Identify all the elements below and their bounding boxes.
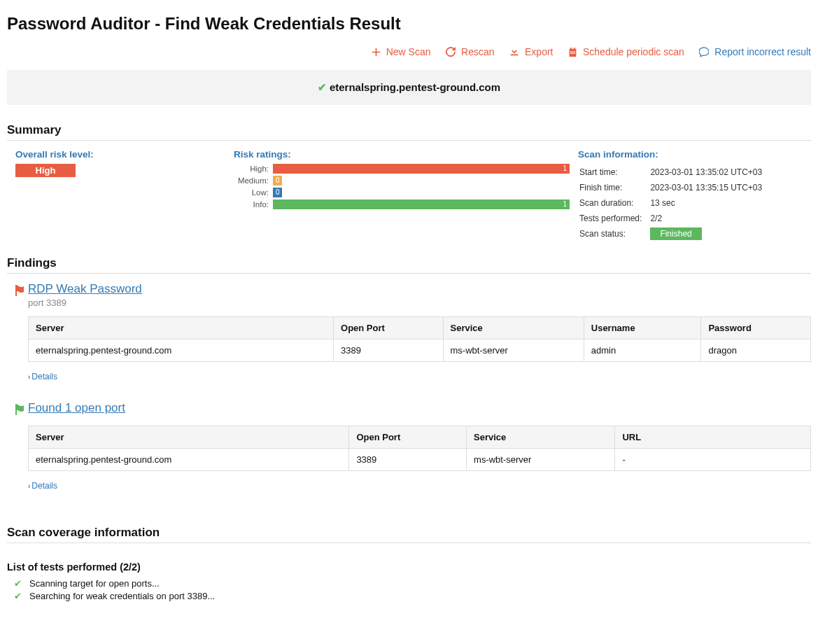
rescan-button[interactable]: Rescan [446, 46, 494, 57]
col-server: Server [29, 426, 349, 449]
rating-info-label: Info: [234, 200, 273, 209]
flag-icon [14, 285, 28, 298]
rating-low-bar: 0 [273, 188, 282, 197]
scan-duration-label: Scan duration: [579, 196, 649, 210]
finding-title[interactable]: Found 1 open port [28, 401, 125, 414]
finding-table: Server Open Port Service Username Passwo… [28, 316, 811, 362]
col-port: Open Port [334, 317, 444, 340]
summary-grid: Overall risk level: High Risk ratings: H… [7, 149, 811, 242]
new-scan-button[interactable]: New Scan [372, 46, 431, 57]
cell-url: - [615, 449, 811, 471]
comment-icon [699, 47, 709, 57]
finding-subtitle: port 3389 [28, 298, 142, 308]
table-row: eternalspring.pentest-ground.com 3389 ms… [29, 449, 811, 471]
details-label: Details [31, 372, 57, 382]
rating-medium: Medium: 0 [234, 176, 570, 186]
export-label: Export [525, 46, 553, 57]
refresh-icon [446, 47, 456, 57]
col-username: Username [584, 317, 701, 340]
scan-info-label: Scan information: [578, 149, 811, 160]
col-service: Service [443, 317, 584, 340]
rating-high-bar: 1 [273, 164, 570, 174]
tests-heading: List of tests performed (2/2) [7, 561, 811, 573]
risk-ratings-block: Risk ratings: High: 1 Medium: 0 Low: 0 I… [225, 149, 570, 211]
summary-heading: Summary [7, 123, 811, 137]
scan-start-value: 2023-03-01 13:35:02 UTC+03 [650, 165, 769, 179]
scan-tests-label: Tests performed: [579, 211, 649, 225]
scan-tests-value: 2/2 [650, 211, 769, 225]
download-icon [509, 47, 519, 57]
rescan-label: Rescan [461, 46, 494, 57]
cell-server: eternalspring.pentest-ground.com [29, 340, 334, 362]
chevron-right-icon: › [28, 482, 30, 490]
plus-icon [372, 48, 381, 57]
table-row: eternalspring.pentest-ground.com 3389 ms… [29, 340, 811, 362]
check-icon: ✔ [318, 81, 327, 93]
overall-risk-label: Overall risk level: [15, 149, 225, 160]
divider [7, 542, 811, 543]
check-icon: ✔ [14, 578, 24, 589]
col-port: Open Port [349, 426, 467, 449]
test-label: Scanning target for open ports... [29, 578, 160, 589]
page-title: Password Auditor - Find Weak Credentials… [7, 14, 811, 34]
scan-start-label: Start time: [579, 165, 649, 179]
test-label: Searching for weak credentials on port 3… [29, 591, 215, 601]
scan-finish-label: Finish time: [579, 181, 649, 195]
finding-rdp-weak-password: RDP Weak Password port 3389 Server Open … [28, 282, 811, 382]
details-link[interactable]: ›Details [28, 481, 57, 491]
overall-risk-badge: High [15, 164, 76, 177]
cell-port: 3389 [334, 340, 444, 362]
cell-service: ms-wbt-server [467, 449, 615, 471]
rating-info-bar: 1 [273, 200, 570, 209]
rating-medium-bar: 0 [273, 176, 282, 186]
flag-icon [14, 404, 28, 417]
rating-info: Info: 1 [234, 200, 570, 209]
finding-open-port: Found 1 open port Server Open Port Servi… [28, 401, 811, 491]
report-label: Report incorrect result [714, 46, 811, 57]
scan-info-table: Start time:2023-03-01 13:35:02 UTC+03 Fi… [578, 164, 770, 242]
check-icon: ✔ [14, 591, 24, 601]
target-host: eternalspring.pentest-ground.com [330, 81, 500, 93]
toolbar: New Scan Rescan Export Schedule periodic… [7, 46, 811, 57]
risk-ratings-label: Risk ratings: [234, 149, 570, 160]
test-item: ✔Scanning target for open ports... [14, 578, 811, 589]
scan-status-badge: Finished [650, 227, 701, 240]
test-item: ✔Searching for weak credentials on port … [14, 591, 811, 601]
finding-title[interactable]: RDP Weak Password [28, 282, 142, 295]
cell-password: dragon [701, 340, 811, 362]
cell-username: admin [584, 340, 701, 362]
schedule-label: Schedule periodic scan [583, 46, 684, 57]
schedule-button[interactable]: Schedule periodic scan [568, 46, 684, 57]
details-link[interactable]: ›Details [28, 372, 57, 382]
new-scan-label: New Scan [386, 46, 431, 57]
chevron-right-icon: › [28, 373, 30, 381]
details-label: Details [31, 481, 57, 491]
overall-risk-block: Overall risk level: High [7, 149, 225, 177]
cell-server: eternalspring.pentest-ground.com [29, 449, 349, 471]
calendar-icon [568, 48, 577, 57]
findings-heading: Findings [7, 256, 811, 270]
target-banner: ✔eternalspring.pentest-ground.com [7, 70, 811, 105]
coverage-heading: Scan coverage information [7, 526, 811, 540]
col-url: URL [615, 426, 811, 449]
divider [7, 273, 811, 274]
col-service: Service [467, 426, 615, 449]
rating-low: Low: 0 [234, 188, 570, 197]
cell-service: ms-wbt-server [443, 340, 584, 362]
scan-info-block: Scan information: Start time:2023-03-01 … [570, 149, 811, 242]
divider [7, 140, 811, 141]
col-server: Server [29, 317, 334, 340]
rating-medium-label: Medium: [234, 176, 273, 185]
col-password: Password [701, 317, 811, 340]
report-incorrect-button[interactable]: Report incorrect result [699, 46, 811, 57]
tests-list: ✔Scanning target for open ports... ✔Sear… [14, 578, 811, 601]
rating-high-label: High: [234, 164, 273, 173]
rating-high: High: 1 [234, 164, 570, 174]
cell-port: 3389 [349, 449, 467, 471]
scan-finish-value: 2023-03-01 13:35:15 UTC+03 [650, 181, 769, 195]
rating-low-label: Low: [234, 188, 273, 197]
scan-duration-value: 13 sec [650, 196, 769, 210]
scan-status-label: Scan status: [579, 227, 649, 241]
export-button[interactable]: Export [509, 46, 553, 57]
finding-table: Server Open Port Service URL eternalspri… [28, 426, 811, 471]
